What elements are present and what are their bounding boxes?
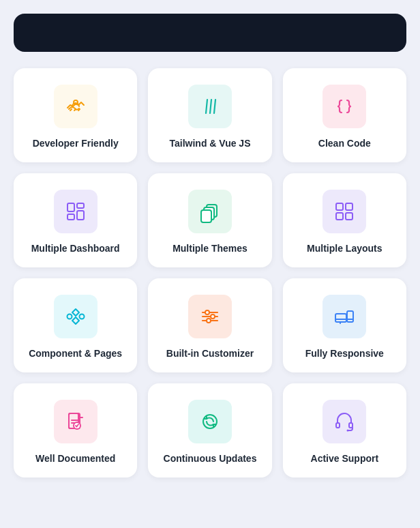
multiple-dashboard-label: Multiple Dashboard [31,243,120,254]
svg-point-16 [79,314,84,319]
fully-responsive-icon-wrap [322,295,366,338]
svg-rect-10 [201,210,211,222]
svg-point-15 [67,314,72,319]
continuous-updates-label: Continuous Updates [164,453,257,464]
svg-rect-6 [68,214,74,220]
feature-card-clean-code: Clean Code [283,68,406,162]
builtin-customizer-label: Built-in Customizer [166,348,254,359]
svg-rect-11 [336,203,343,210]
svg-line-2 [210,100,211,113]
active-support-icon-wrap [322,400,366,443]
svg-rect-12 [346,203,352,210]
feature-card-continuous-updates: Continuous Updates [148,383,271,478]
svg-rect-14 [346,213,352,220]
clean-code-label: Clean Code [318,138,371,149]
builtin-customizer-icon-wrap [188,295,232,338]
svg-point-21 [211,314,215,319]
component-pages-label: Component & Pages [29,348,122,359]
active-support-label: Active Support [311,453,379,464]
svg-rect-25 [347,311,353,322]
component-pages-icon-wrap [54,295,97,338]
svg-point-36 [347,430,349,432]
multiple-layouts-icon-wrap [322,190,366,233]
continuous-updates-icon-wrap [188,400,232,443]
svg-point-22 [207,319,211,323]
feature-card-developer-friendly: Developer Friendly [14,68,137,162]
multiple-layouts-label: Multiple Layouts [307,243,382,254]
svg-rect-5 [77,203,84,208]
feature-card-multiple-dashboard: Multiple Dashboard [14,173,137,267]
multiple-themes-icon-wrap [188,190,232,233]
fully-responsive-label: Fully Responsive [305,348,384,359]
feature-card-active-support: Active Support [283,383,406,478]
svg-line-1 [206,100,207,113]
feature-card-builtin-customizer: Built-in Customizer [148,278,271,372]
feature-card-well-documented: Well Documented [14,383,137,478]
multiple-themes-label: Multiple Themes [172,243,247,254]
svg-rect-23 [335,314,346,322]
well-documented-label: Well Documented [35,453,115,464]
tailwind-vue-icon-wrap [188,85,232,128]
tailwind-vue-label: Tailwind & Vue JS [169,138,250,149]
svg-point-20 [205,310,209,314]
svg-rect-34 [336,423,340,428]
developer-friendly-icon-wrap [54,85,97,128]
svg-rect-4 [68,203,74,211]
svg-rect-13 [336,213,343,220]
feature-card-multiple-themes: Multiple Themes [148,173,271,267]
header-banner [14,14,406,52]
svg-line-3 [214,100,215,113]
multiple-dashboard-icon-wrap [54,190,97,233]
clean-code-icon-wrap [322,85,366,128]
feature-card-multiple-layouts: Multiple Layouts [283,173,406,267]
developer-friendly-label: Developer Friendly [33,138,119,149]
feature-card-tailwind-vue: Tailwind & Vue JS [148,68,271,162]
well-documented-icon-wrap [54,400,97,443]
feature-card-fully-responsive: Fully Responsive [283,278,406,372]
features-grid: Developer Friendly Tailwind & Vue JS Cle… [14,68,406,478]
svg-rect-35 [349,423,352,428]
svg-rect-7 [77,211,84,220]
svg-point-33 [203,415,217,428]
feature-card-component-pages: Component & Pages [14,278,137,372]
